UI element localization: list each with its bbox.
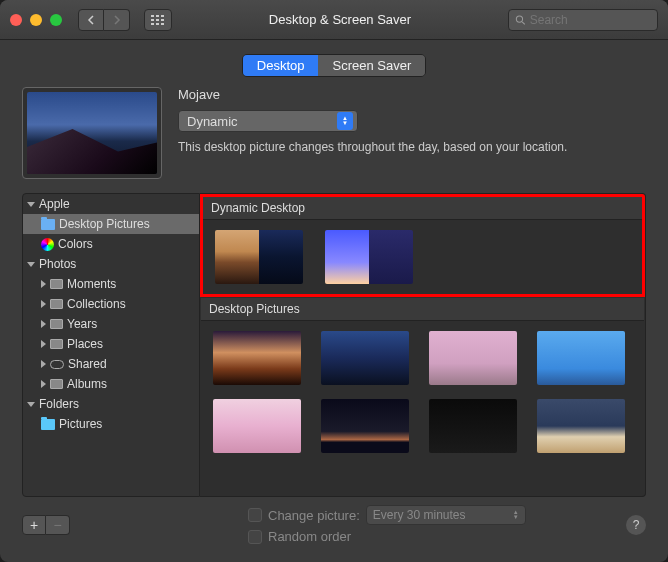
picture-thumb[interactable]	[213, 399, 301, 453]
source-sidebar[interactable]: Apple Desktop Pictures Colors Photos Mom…	[22, 193, 200, 497]
random-order-label: Random order	[268, 529, 351, 544]
help-button[interactable]: ?	[626, 515, 646, 535]
add-remove-group: + −	[22, 515, 70, 535]
picture-thumb[interactable]	[321, 331, 409, 385]
sidebar-item-desktop-pictures[interactable]: Desktop Pictures	[23, 214, 199, 234]
wallpaper-mode-select[interactable]: Dynamic ▲▼	[178, 110, 358, 132]
minimize-icon[interactable]	[30, 14, 42, 26]
photos-icon	[50, 299, 63, 309]
sidebar-item-years[interactable]: Years	[23, 314, 199, 334]
wallpaper-preview	[22, 87, 162, 179]
picture-thumb[interactable]	[213, 331, 301, 385]
sidebar-group-photos[interactable]: Photos	[23, 254, 199, 274]
svg-rect-7	[156, 23, 159, 25]
search-icon	[515, 14, 526, 26]
tab-desktop[interactable]: Desktop	[243, 55, 319, 76]
cloud-icon	[50, 360, 64, 369]
dynamic-thumb-mojave[interactable]	[215, 230, 303, 284]
nav-buttons	[78, 9, 130, 31]
picture-thumb[interactable]	[429, 331, 517, 385]
folder-icon	[41, 219, 55, 230]
change-picture-label: Change picture:	[268, 508, 360, 523]
select-arrows-icon: ▲▼	[513, 510, 519, 520]
svg-rect-4	[156, 19, 159, 21]
picture-thumb[interactable]	[321, 399, 409, 453]
select-arrows-icon: ▲▼	[337, 112, 353, 130]
sidebar-item-albums[interactable]: Albums	[23, 374, 199, 394]
svg-rect-6	[151, 23, 154, 25]
svg-rect-1	[156, 15, 159, 17]
add-button[interactable]: +	[22, 515, 46, 535]
svg-rect-5	[161, 19, 164, 21]
window-title: Desktop & Screen Saver	[180, 12, 500, 27]
random-order-checkbox[interactable]	[248, 530, 262, 544]
window-controls	[10, 14, 62, 26]
change-interval-select[interactable]: Every 30 minutes ▲▼	[366, 505, 526, 525]
search-input[interactable]	[530, 13, 651, 27]
change-interval-value: Every 30 minutes	[373, 508, 466, 522]
wallpaper-name: Mojave	[178, 87, 646, 102]
section-dynamic-desktop: Dynamic Desktop	[200, 194, 645, 297]
dynamic-thumb-gradient[interactable]	[325, 230, 413, 284]
photos-icon	[50, 379, 63, 389]
wallpaper-overview: Mojave Dynamic ▲▼ This desktop picture c…	[0, 87, 668, 193]
photos-icon	[50, 339, 63, 349]
svg-rect-3	[151, 19, 154, 21]
folder-icon	[41, 419, 55, 430]
sidebar-item-pictures[interactable]: Pictures	[23, 414, 199, 434]
tab-screensaver[interactable]: Screen Saver	[318, 55, 425, 76]
preferences-window: Desktop & Screen Saver Desktop Screen Sa…	[0, 0, 668, 562]
photos-icon	[50, 319, 63, 329]
section-header-pictures: Desktop Pictures	[201, 298, 644, 321]
section-desktop-pictures: Desktop Pictures	[200, 297, 645, 464]
zoom-icon[interactable]	[50, 14, 62, 26]
lower-pane: Apple Desktop Pictures Colors Photos Mom…	[0, 193, 668, 497]
svg-rect-2	[161, 15, 164, 17]
svg-point-9	[516, 15, 522, 21]
search-field[interactable]	[508, 9, 658, 31]
show-all-button[interactable]	[144, 9, 172, 31]
wallpaper-content: Dynamic Desktop Desktop Pictures	[200, 193, 646, 497]
tab-bar: Desktop Screen Saver	[0, 40, 668, 87]
sidebar-item-moments[interactable]: Moments	[23, 274, 199, 294]
remove-button[interactable]: −	[46, 515, 70, 535]
picture-thumb[interactable]	[537, 399, 625, 453]
bottom-bar: + − Change picture: Every 30 minutes ▲▼ …	[0, 497, 668, 562]
sidebar-item-collections[interactable]: Collections	[23, 294, 199, 314]
svg-rect-0	[151, 15, 154, 17]
sidebar-group-apple[interactable]: Apple	[23, 194, 199, 214]
forward-button[interactable]	[104, 9, 130, 31]
wallpaper-preview-image	[27, 92, 157, 174]
sidebar-item-shared[interactable]: Shared	[23, 354, 199, 374]
sidebar-item-colors[interactable]: Colors	[23, 234, 199, 254]
titlebar: Desktop & Screen Saver	[0, 0, 668, 40]
color-wheel-icon	[41, 238, 54, 251]
picture-thumb[interactable]	[537, 331, 625, 385]
back-button[interactable]	[78, 9, 104, 31]
wallpaper-mode-value: Dynamic	[187, 114, 238, 129]
wallpaper-description: This desktop picture changes throughout …	[178, 140, 646, 154]
svg-line-10	[522, 21, 525, 24]
sidebar-item-places[interactable]: Places	[23, 334, 199, 354]
svg-rect-8	[161, 23, 164, 25]
section-header-dynamic: Dynamic Desktop	[203, 197, 642, 220]
close-icon[interactable]	[10, 14, 22, 26]
change-picture-checkbox[interactable]	[248, 508, 262, 522]
picture-thumb[interactable]	[429, 399, 517, 453]
sidebar-group-folders[interactable]: Folders	[23, 394, 199, 414]
photos-icon	[50, 279, 63, 289]
